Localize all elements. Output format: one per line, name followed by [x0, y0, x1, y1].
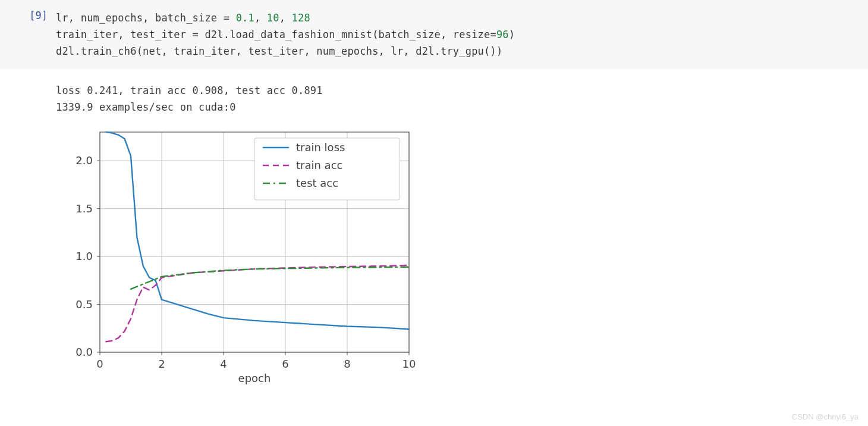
- output-cell: loss 0.241, train acc 0.908, test acc 0.…: [0, 69, 868, 390]
- code-number: 128: [292, 12, 310, 24]
- svg-text:1.0: 1.0: [76, 250, 93, 262]
- code-text: train_iter, test_iter = d2l.load_data_fa…: [56, 29, 496, 40]
- code-number: 0.1: [236, 12, 254, 24]
- output-text: loss 0.241, train acc 0.908, test acc 0.…: [56, 82, 421, 115]
- svg-text:1.5: 1.5: [76, 202, 93, 215]
- svg-text:train acc: train acc: [296, 159, 342, 171]
- code-number: 10: [267, 12, 279, 24]
- code-text: lr, num_epochs, batch_size =: [56, 12, 236, 24]
- code-cell: [9] lr, num_epochs, batch_size = 0.1, 10…: [0, 0, 868, 69]
- training-chart: 02468100.00.51.01.52.0epochtrain losstra…: [52, 126, 421, 390]
- svg-text:2.0: 2.0: [76, 154, 93, 167]
- code-number: 96: [496, 29, 509, 40]
- svg-text:train loss: train loss: [296, 141, 345, 154]
- code-source: lr, num_epochs, batch_size = 0.1, 10, 12…: [56, 10, 515, 59]
- svg-text:6: 6: [282, 358, 288, 370]
- svg-text:0: 0: [96, 358, 103, 370]
- output-line: 1339.9 examples/sec on cuda:0: [56, 101, 236, 113]
- output-line: loss 0.241, train acc 0.908, test acc 0.…: [56, 84, 323, 96]
- code-text: d2l.train_ch6(net, train_iter, test_iter…: [56, 45, 502, 57]
- chart-svg: 02468100.00.51.01.52.0epochtrain losstra…: [52, 126, 421, 388]
- svg-text:test acc: test acc: [296, 177, 338, 189]
- svg-text:epoch: epoch: [238, 372, 271, 384]
- cell-prompt: [9]: [0, 10, 56, 21]
- svg-text:8: 8: [344, 358, 350, 370]
- svg-text:10: 10: [402, 358, 416, 370]
- svg-text:0.5: 0.5: [76, 298, 93, 311]
- svg-text:4: 4: [220, 358, 227, 370]
- svg-text:2: 2: [158, 358, 165, 370]
- svg-text:0.0: 0.0: [76, 346, 93, 358]
